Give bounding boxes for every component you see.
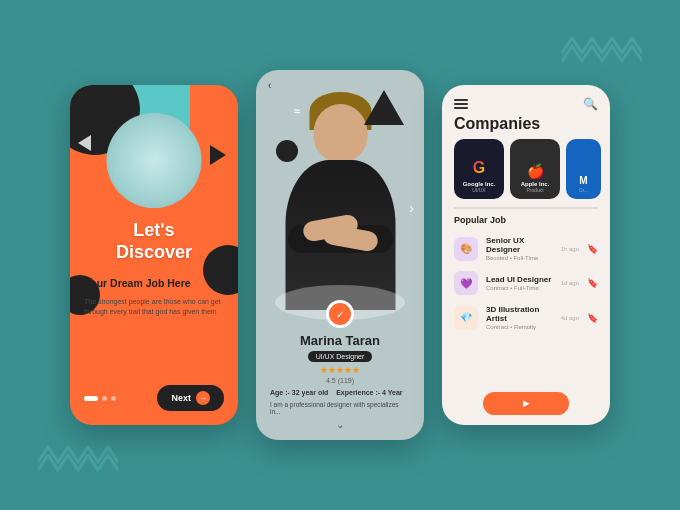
- companies-row: G Google Inc. UI/UX 🍎 Apple Inc. Product…: [442, 139, 610, 199]
- search-icon[interactable]: 🔍: [583, 97, 598, 111]
- phone1-subtitle: Your Dream Job Here: [84, 277, 224, 291]
- phone2-back[interactable]: ‹: [268, 80, 271, 91]
- phone2-zigzag: ≈: [294, 105, 298, 117]
- phone1-description: The strongest people are those who can g…: [84, 297, 224, 317]
- phone1-circle: [107, 113, 202, 208]
- job-title-2: Lead UI Designer: [486, 275, 553, 284]
- next-button[interactable]: Next →: [157, 385, 224, 411]
- job-info-3: 3D Illustration Artist Contract • Remotl…: [486, 305, 553, 330]
- phone2-black-circle: [276, 140, 298, 162]
- phone2-bio: I am a professional designer with specia…: [270, 401, 410, 415]
- phone3-header: 🔍: [442, 85, 610, 115]
- job-tags-1: Boosted • Full-Time: [486, 255, 553, 261]
- bookmark-icon-2[interactable]: 🔖: [587, 278, 598, 288]
- company-card-apple[interactable]: 🍎 Apple Inc. Product: [510, 139, 560, 199]
- company-card-google[interactable]: G Google Inc. UI/UX: [454, 139, 504, 199]
- phone2-role: UI/UX Designer: [308, 351, 373, 362]
- other-type: Gr...: [579, 188, 588, 193]
- job-info-2: Lead UI Designer Contract • Full-Time: [486, 275, 553, 291]
- job-title-1: Senior UX Designer: [486, 236, 553, 254]
- job-icon-3: 💎: [454, 306, 478, 330]
- job-item-2[interactable]: 💜 Lead UI Designer Contract • Full-Time …: [442, 266, 610, 300]
- other-logo: M: [579, 175, 587, 186]
- phone3-companies: 🔍 Companies G Google Inc. UI/UX 🍎 Apple …: [442, 85, 610, 425]
- job-tags-2: Contract • Full-Time: [486, 285, 553, 291]
- apple-logo: 🍎: [527, 163, 544, 179]
- phone3-title: Companies: [442, 115, 610, 139]
- google-type: UI/UX: [472, 187, 485, 193]
- phone3-divider: [454, 207, 598, 209]
- phone1-content: Let's Discover Your Dream Job Here The s…: [70, 220, 238, 316]
- phones-container: Let's Discover Your Dream Job Here The s…: [70, 70, 610, 440]
- phone1-dots: [84, 396, 116, 401]
- phone1-bottom-bar: Next →: [84, 385, 224, 411]
- job-item-3[interactable]: 💎 3D Illustration Artist Contract • Remo…: [442, 300, 610, 335]
- phone2-profile: ‹ ≈ › ✓ Marina Taran: [256, 70, 424, 440]
- deco-zigzag-bottom: [38, 437, 118, 472]
- bookmark-icon-3[interactable]: 🔖: [587, 313, 598, 323]
- phone2-chevron-right: ›: [409, 200, 414, 216]
- phone2-chevron-down: ⌄: [270, 419, 410, 430]
- dot-1: [84, 396, 98, 401]
- phone3-cta-button[interactable]: ▶: [483, 392, 569, 415]
- job-icon-2: 💜: [454, 271, 478, 295]
- job-icon-1: 🎨: [454, 237, 478, 261]
- google-logo: G: [471, 157, 487, 179]
- phone2-details: Age :- 32 year old Experience :- 4 Year: [270, 388, 410, 399]
- phone2-rating: 4.5 (119): [270, 377, 410, 384]
- job-item-1[interactable]: 🎨 Senior UX Designer Boosted • Full-Time…: [442, 231, 610, 266]
- apple-type: Product: [526, 187, 543, 193]
- phone2-triangle: [364, 90, 404, 125]
- job-time-1: 1h ago: [561, 246, 579, 252]
- phone2-name: Marina Taran: [270, 333, 410, 348]
- job-time-3: 4d ago: [561, 315, 579, 321]
- phone1-headline: Let's Discover: [84, 220, 224, 263]
- phone1-triangle-left: [78, 135, 91, 151]
- hamburger-line-1: [454, 99, 468, 101]
- dot-2: [102, 396, 107, 401]
- phone2-stars: ★★★★★: [270, 365, 410, 375]
- hamburger-line-2: [454, 103, 468, 105]
- hamburger-line-3: [454, 107, 468, 109]
- job-time-2: 1d ago: [561, 280, 579, 286]
- deco-zigzag-top: [562, 28, 642, 63]
- bookmark-icon-1[interactable]: 🔖: [587, 244, 598, 254]
- popular-label: Popular Job: [442, 215, 610, 231]
- hamburger-icon[interactable]: [454, 99, 468, 109]
- phone2-info: Marina Taran UI/UX Designer ★★★★★ 4.5 (1…: [256, 333, 424, 431]
- phone1-onboarding: Let's Discover Your Dream Job Here The s…: [70, 85, 238, 425]
- dot-3: [111, 396, 116, 401]
- job-info-1: Senior UX Designer Boosted • Full-Time: [486, 236, 553, 261]
- phone1-triangle-right: [210, 145, 226, 165]
- arrow-right-icon: →: [196, 391, 210, 405]
- company-card-other[interactable]: M Gr...: [566, 139, 601, 199]
- job-tags-3: Contract • Remotly: [486, 324, 553, 330]
- phone2-check-badge: ✓: [326, 300, 354, 328]
- job-title-3: 3D Illustration Artist: [486, 305, 553, 323]
